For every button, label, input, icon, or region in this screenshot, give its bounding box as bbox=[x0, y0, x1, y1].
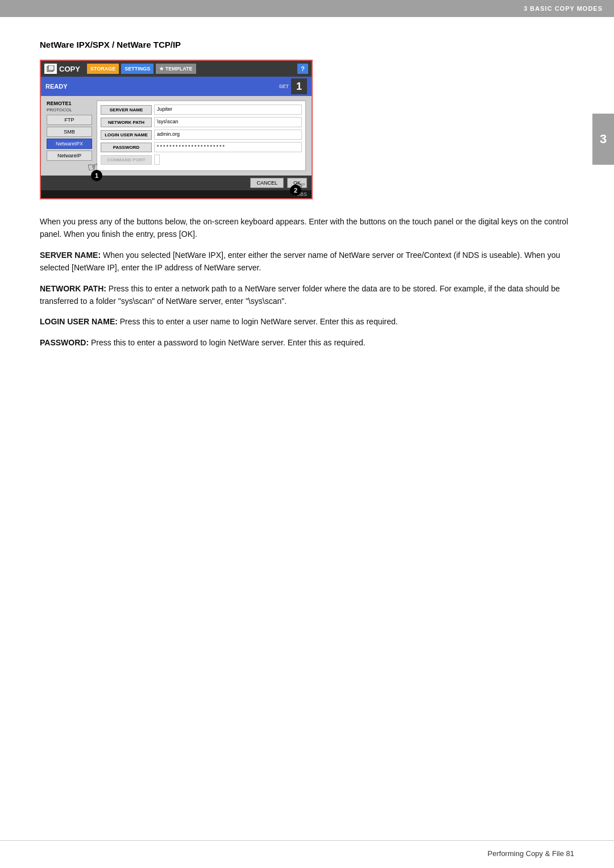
ui-protocol-smb[interactable]: SMB bbox=[47, 127, 92, 137]
chapter-label: 3 BASIC COPY MODES bbox=[524, 5, 603, 12]
top-bar: 3 BASIC COPY MODES bbox=[0, 0, 614, 17]
ui-bottom-bar: CANCEL OK bbox=[41, 176, 312, 190]
ui-form-row-password: PASSWORD ********************** bbox=[101, 142, 302, 152]
ui-tab-template[interactable]: ★ TEMPLATE bbox=[156, 64, 196, 74]
ui-field-btn-network[interactable]: NETWORK PATH bbox=[101, 118, 152, 127]
ui-screenshot: COPY STORAGE SETTINGS ★ TEMPLATE ? READY… bbox=[40, 60, 313, 199]
ui-form-row-command: COMMAND PORT bbox=[101, 155, 302, 165]
password-description: PASSWORD: Press this to enter a password… bbox=[40, 336, 574, 349]
svg-rect-1 bbox=[48, 65, 54, 70]
footer: Performing Copy & File 81 bbox=[40, 849, 574, 858]
ui-protocol-netwareip[interactable]: NetwareIP bbox=[47, 151, 92, 161]
ui-left-panel: REMOTE1 PROTOCOL FTP SMB NetwareIPX Netw… bbox=[47, 101, 92, 171]
footer-text: Performing Copy & File 81 bbox=[488, 849, 574, 858]
ui-tab-storage[interactable]: STORAGE bbox=[87, 64, 119, 74]
annotation-circle-2: 2 bbox=[290, 185, 301, 196]
server-name-description: SERVER NAME: When you selected [NetWare … bbox=[40, 249, 574, 274]
ui-tab-settings[interactable]: SETTINGS bbox=[121, 64, 154, 74]
ui-field-value-password: ********************** bbox=[154, 142, 302, 152]
ui-tab-question[interactable]: ? bbox=[297, 64, 308, 74]
chapter-tab: 3 bbox=[592, 114, 614, 165]
login-user-text: Press this to enter a user name to login… bbox=[118, 317, 398, 326]
password-label: PASSWORD: bbox=[40, 338, 89, 347]
section-heading: NetWare IPX/SPX / NetWare TCP/IP bbox=[40, 40, 574, 49]
ui-form-panel: SERVER NAME Jupiter NETWORK PATH \sys\sc… bbox=[97, 101, 306, 171]
ui-form-row-network: NETWORK PATH \sys\scan bbox=[101, 117, 302, 127]
ui-protocol-ftp[interactable]: FTP bbox=[47, 115, 92, 125]
ui-body: REMOTE1 PROTOCOL FTP SMB NetwareIPX Netw… bbox=[41, 96, 312, 176]
ui-form-row-server: SERVER NAME Jupiter bbox=[101, 105, 302, 115]
network-path-description: NETWORK PATH: Press this to enter a netw… bbox=[40, 282, 574, 308]
network-path-label: NETWORK PATH: bbox=[40, 284, 106, 293]
ui-status-label: READY bbox=[45, 83, 68, 90]
ui-field-btn-login[interactable]: LOGIN USER NAME bbox=[101, 130, 152, 140]
copy-icon bbox=[44, 64, 57, 74]
intro-text: When you press any of the buttons below,… bbox=[40, 215, 574, 241]
ui-field-btn-server[interactable]: SERVER NAME bbox=[101, 105, 152, 115]
chapter-number: 3 bbox=[600, 132, 607, 147]
ui-protocol-netwareipx[interactable]: NetwareIPX bbox=[47, 139, 92, 149]
ui-set-label: SET bbox=[279, 84, 289, 89]
ui-field-btn-command: COMMAND PORT bbox=[101, 155, 152, 165]
ui-status-bar: READY SET 1 bbox=[41, 77, 312, 96]
ui-remote-label: REMOTE1 bbox=[47, 101, 92, 106]
ui-top-bar: COPY STORAGE SETTINGS ★ TEMPLATE ? bbox=[41, 61, 312, 77]
main-content: NetWare IPX/SPX / NetWare TCP/IP COPY ST… bbox=[0, 17, 614, 391]
login-user-description: LOGIN USER NAME: Press this to enter a u… bbox=[40, 315, 574, 328]
ui-set-number: 1 bbox=[291, 78, 307, 94]
ui-field-value-login: admin.org bbox=[154, 130, 302, 140]
ui-jobs-bar: JOBS bbox=[41, 190, 312, 198]
network-path-text: Press this to enter a network path to a … bbox=[40, 284, 560, 306]
server-name-text: When you selected [NetWare IPX], enter e… bbox=[40, 251, 560, 272]
ui-field-value-server: Jupiter bbox=[154, 105, 302, 115]
ui-copy-label: COPY bbox=[59, 65, 80, 73]
ui-field-btn-password[interactable]: PASSWORD bbox=[101, 143, 152, 152]
ui-form-row-login: LOGIN USER NAME admin.org bbox=[101, 130, 302, 140]
ui-protocol-label: PROTOCOL bbox=[47, 107, 92, 112]
ui-field-value-command bbox=[154, 155, 160, 165]
ui-field-value-network: \sys\scan bbox=[154, 117, 302, 127]
server-name-label: SERVER NAME: bbox=[40, 251, 101, 260]
ui-cancel-button[interactable]: CANCEL bbox=[250, 178, 284, 188]
bottom-rule bbox=[0, 840, 614, 841]
password-text: Press this to enter a password to login … bbox=[89, 338, 366, 347]
login-user-label: LOGIN USER NAME: bbox=[40, 317, 118, 326]
annotation-circle-1: 1 bbox=[91, 170, 102, 181]
